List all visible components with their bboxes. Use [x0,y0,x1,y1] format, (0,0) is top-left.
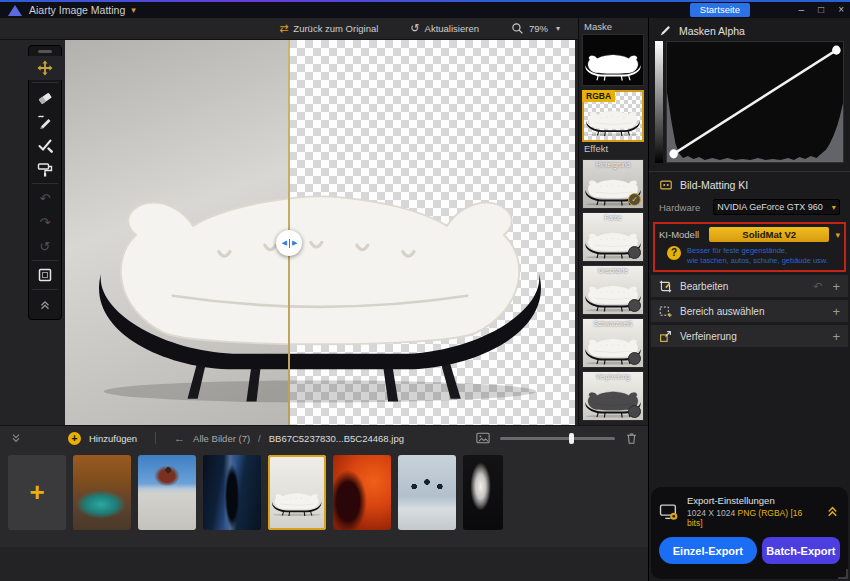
effect-thumbnail-unschaerfe[interactable]: Unschärfe [582,265,644,315]
thumbnail-fashion-model[interactable] [203,455,261,530]
thumbnail-angel-figure[interactable] [463,455,503,530]
curve-handle-high [832,46,841,55]
redo-button[interactable]: ↷ [28,210,62,234]
add-image-icon[interactable]: + [68,432,81,445]
right-panel: Masken Alpha Bild-Matting KI [648,18,850,581]
marquee-tool-button[interactable] [28,263,62,287]
section-verfeinerung[interactable]: Verfeinerung + [651,325,848,347]
hardware-select[interactable]: NVIDIA GeForce GTX 960 ▾ [713,199,840,215]
effect-label: Hintergrund [583,161,643,168]
effect-toggle[interactable] [628,299,641,312]
effect-thumbnail-farbe[interactable]: Farbe [582,212,644,262]
maximize-button[interactable]: □ [818,2,824,18]
move-icon [37,60,53,76]
palette-drag-handle[interactable] [38,50,52,53]
alpha-ramp [655,41,663,163]
refresh-button[interactable]: ↺ Aktualisieren [410,22,479,35]
eraser-icon [37,89,53,105]
startseite-button[interactable]: Startseite [690,3,750,17]
brush-check-icon [37,137,53,153]
eraser-tool-button[interactable] [28,85,62,109]
minimize-button[interactable]: – [799,2,805,18]
hardware-chevron-icon: ▾ [832,203,836,212]
thumbnail-jumping-people[interactable] [398,455,456,530]
effect-thumbnail-hintergrund[interactable]: Hintergrund ✓ [582,159,644,209]
export-settings-icon [659,503,679,521]
resize-grip[interactable] [838,569,848,579]
filmstrip-header: + Hinzufügen ← Alle Bilder (7) / BB67C52… [0,426,648,450]
ai-chip-icon [659,178,673,192]
histogram[interactable] [666,41,844,163]
effect-toggle[interactable] [628,405,641,418]
collapse-tools-button[interactable] [28,292,62,316]
thumbnail-car[interactable] [73,455,131,530]
batch-export-button[interactable]: Batch-Export [762,537,840,564]
app-logo-icon [8,5,22,16]
add-image-label[interactable]: Hinzufügen [89,433,137,444]
divider [32,82,58,83]
crop-edit-icon [659,280,672,293]
einzel-export-button[interactable]: Einzel-Export [659,537,757,564]
section-bearbeiten[interactable]: Bearbeiten ↶ + [651,275,848,297]
hardware-row: Hardware NVIDIA GeForce GTX 960 ▾ [649,196,850,218]
filmstrip: + Hinzufügen ← Alle Bilder (7) / BB67C52… [0,425,648,581]
hardware-label: Hardware [659,202,705,213]
export-collapse-chevrons-icon[interactable] [825,504,840,519]
brush-tool-button[interactable] [28,133,62,157]
reset-button[interactable]: ↺ [28,234,62,258]
effect-toggle[interactable]: ✓ [628,193,641,206]
section-expand-icon[interactable]: + [832,279,840,294]
thumbnail-size-slider[interactable] [500,437,615,440]
current-filename: BB67C5237830...B5C24468.jpg [269,433,404,444]
masken-alpha-title: Masken Alpha [679,25,745,37]
section-expand-icon[interactable]: + [832,329,840,344]
filmstrip-collapse-icon[interactable] [10,432,22,444]
pencil-tool-button[interactable] [28,109,62,133]
section-label: Bearbeiten [680,281,805,292]
section-bereich-auswaehlen[interactable]: Bereich auswählen + [651,300,848,322]
move-tool-button[interactable] [28,56,62,80]
bild-matting-header: Bild-Matting KI [649,172,850,196]
effekt-label: Effekt [582,142,645,156]
app-title: Aiarty Image Matting [29,4,125,16]
section-undo-icon[interactable]: ↶ [813,280,822,293]
back-arrow-icon[interactable]: ← [174,432,185,444]
effect-thumbnail-schwarzweiss[interactable]: Schwarzweiß [582,318,644,368]
refresh-icon: ↺ [410,22,419,35]
divider [32,260,58,261]
trash-icon[interactable] [625,431,638,445]
mask-thumbnail[interactable] [582,34,644,86]
reset-icon: ↺ [40,240,51,253]
help-icon[interactable]: ? [667,246,681,260]
section-expand-icon[interactable]: + [832,304,840,319]
back-to-original-button[interactable]: ⇄ Zurück zum Original [279,22,378,35]
add-image-tile[interactable]: + [8,455,66,530]
refresh-label: Aktualisieren [425,23,479,34]
close-button[interactable]: × [838,2,844,18]
app-menu-chevron-icon[interactable]: ▾ [131,5,136,15]
section-label: Verfeinerung [680,331,824,342]
effect-thumbnail-verpixelung[interactable]: Verpixelung [582,371,644,421]
maske-label: Maske [582,20,645,34]
roller-tool-button[interactable] [28,157,62,181]
pencil-icon [37,113,53,129]
ki-modell-select[interactable]: SolidMat V2 [709,227,829,242]
preview-image[interactable]: ◀ ▶ [65,40,575,425]
select-area-icon [659,305,672,318]
slider-knob[interactable] [569,433,574,444]
refine-expand-icon [659,330,672,343]
all-images-link[interactable]: Alle Bilder (7) [193,433,250,444]
ki-modell-chevron-icon[interactable]: ▾ [835,230,840,240]
rgba-thumbnail[interactable]: RGBA [582,90,644,142]
thumbnail-portrait[interactable] [333,455,391,530]
effect-toggle[interactable] [628,352,641,365]
thumbnail-skateboarder[interactable] [138,455,196,530]
zoom-control[interactable]: 79% ▾ [511,22,560,35]
effect-toggle[interactable] [628,246,641,259]
undo-button[interactable]: ↶ [28,186,62,210]
thumbnail-couch-selected[interactable] [268,455,326,530]
magnifier-icon [511,22,524,35]
handle-right-arrow-icon: ▶ [292,239,297,247]
subject-couch [73,178,567,408]
titlebar: Aiarty Image Matting ▾ Startseite – □ × [0,2,850,18]
